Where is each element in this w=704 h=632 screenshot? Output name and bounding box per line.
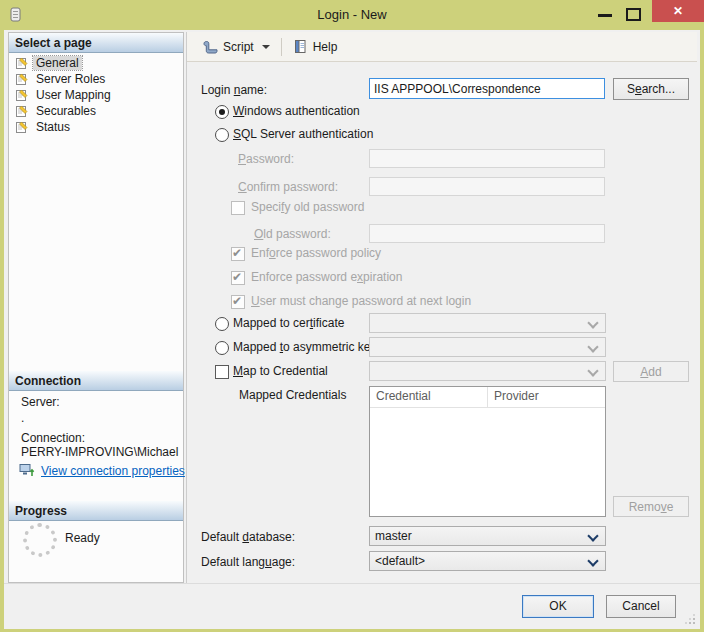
- must-change-password-label: User must change password at next login: [251, 294, 471, 308]
- enforce-password-expiration-label: Enforce password expiration: [251, 270, 402, 284]
- credential-column-header: Credential: [370, 387, 488, 407]
- enforce-password-policy-label: Enforce password policy: [251, 246, 381, 260]
- sidebar-item-general[interactable]: General: [15, 55, 82, 71]
- confirm-password-label: Confirm password:: [238, 180, 338, 194]
- view-connection-properties[interactable]: View connection properties: [19, 463, 185, 478]
- windows-authentication-radio[interactable]: [215, 105, 229, 119]
- help-button[interactable]: Help: [288, 36, 343, 57]
- help-icon: [293, 39, 308, 54]
- footer-bar: OK Cancel: [4, 583, 700, 629]
- mapped-to-certificate-radio[interactable]: [215, 317, 229, 331]
- default-database-label: Default database:: [201, 530, 295, 544]
- server-value: .: [21, 411, 24, 425]
- old-password-label: Old password:: [254, 227, 331, 241]
- page-icon: [15, 72, 29, 86]
- sidebar: Select a page General Server Roles User …: [8, 32, 184, 583]
- toolbar-separator: [281, 38, 282, 56]
- login-name-input[interactable]: [369, 78, 605, 99]
- password-label: Password:: [238, 152, 294, 166]
- default-language-combobox[interactable]: <default>: [369, 551, 606, 571]
- script-button[interactable]: Script: [197, 36, 275, 58]
- resize-grip[interactable]: [685, 614, 695, 624]
- mapped-to-asymmetric-key-radio[interactable]: [215, 341, 229, 355]
- chevron-down-icon: [587, 555, 598, 566]
- sidebar-item-label: Server Roles: [33, 72, 108, 86]
- sidebar-item-label: Status: [33, 120, 73, 134]
- progress-spinner-icon: [23, 523, 57, 557]
- main-panel: Script Help Login name: Search... Window…: [186, 32, 697, 583]
- remove-button: Remove: [613, 496, 689, 517]
- chevron-down-icon: [587, 365, 598, 376]
- server-label: Server:: [21, 395, 60, 409]
- close-button[interactable]: ✕: [652, 0, 704, 22]
- table-header-row: Credential Provider: [370, 387, 605, 408]
- mapped-credentials-label: Mapped Credentials: [239, 388, 346, 402]
- windows-authentication-label: Windows authentication: [233, 104, 360, 118]
- page-icon: [15, 56, 29, 70]
- default-language-label: Default language:: [201, 555, 295, 569]
- page-icon: [15, 104, 29, 118]
- mapped-to-asymmetric-key-label: Mapped to asymmetric key: [233, 340, 376, 354]
- provider-column-header: Provider: [488, 387, 545, 407]
- map-to-credential-label: Map to Credential: [233, 364, 328, 378]
- mapped-credentials-table[interactable]: Credential Provider: [369, 386, 606, 517]
- close-icon: ✕: [673, 4, 683, 18]
- map-to-credential-checkbox[interactable]: [215, 365, 229, 379]
- sidebar-item-server-roles[interactable]: Server Roles: [15, 71, 108, 87]
- select-a-page-header: Select a page: [9, 33, 183, 53]
- old-password-input: [369, 224, 605, 243]
- page-icon: [15, 120, 29, 134]
- titlebar[interactable]: Login - New ✕: [0, 0, 704, 30]
- minimize-button[interactable]: [598, 14, 612, 17]
- confirm-password-input: [369, 177, 605, 196]
- specify-old-password-checkbox: [231, 201, 245, 215]
- dialog-content: Select a page General Server Roles User …: [4, 30, 700, 628]
- certificate-combobox: [369, 313, 606, 333]
- chevron-down-icon: [587, 317, 598, 328]
- toolbar: Script Help: [187, 32, 697, 62]
- sql-authentication-radio[interactable]: [215, 128, 229, 142]
- help-label: Help: [313, 40, 338, 54]
- connection-label: Connection:: [21, 431, 85, 445]
- sql-authentication-label: SQL Server authentication: [233, 127, 373, 141]
- specify-old-password-label: Specify old password: [251, 200, 364, 214]
- credential-combobox: [369, 361, 606, 381]
- password-input: [369, 149, 605, 168]
- cancel-button[interactable]: Cancel: [606, 595, 676, 618]
- connection-header: Connection: [9, 371, 183, 391]
- must-change-password-checkbox: [231, 295, 245, 309]
- add-button: Add: [613, 361, 689, 382]
- search-button[interactable]: Search...: [613, 78, 689, 100]
- progress-header: Progress: [9, 501, 183, 521]
- script-label: Script: [223, 40, 254, 54]
- page-icon: [15, 88, 29, 102]
- view-connection-properties-link[interactable]: View connection properties: [41, 464, 185, 478]
- sidebar-item-label: General: [33, 56, 82, 70]
- enforce-password-policy-checkbox: [231, 247, 245, 261]
- sidebar-item-status[interactable]: Status: [15, 119, 73, 135]
- login-new-dialog: Login - New ✕ Select a page General Serv…: [0, 0, 704, 632]
- progress-status: Ready: [65, 531, 100, 545]
- ok-button[interactable]: OK: [522, 595, 594, 618]
- enforce-password-expiration-checkbox: [231, 271, 245, 285]
- chevron-down-icon: [587, 530, 598, 541]
- sidebar-item-securables[interactable]: Securables: [15, 103, 99, 119]
- default-database-combobox[interactable]: master: [369, 526, 606, 546]
- connection-value: PERRY-IMPROVING\Michael: [21, 445, 178, 459]
- sidebar-item-label: User Mapping: [33, 88, 114, 102]
- sidebar-item-user-mapping[interactable]: User Mapping: [15, 87, 114, 103]
- chevron-down-icon[interactable]: [262, 45, 270, 49]
- chevron-down-icon: [587, 341, 598, 352]
- login-name-label: Login name:: [201, 83, 267, 97]
- maximize-button[interactable]: [626, 8, 641, 21]
- sidebar-item-label: Securables: [33, 104, 99, 118]
- mapped-to-certificate-label: Mapped to certificate: [233, 316, 344, 330]
- connection-properties-icon: [19, 463, 35, 478]
- script-icon: [202, 39, 218, 55]
- asymmetric-key-combobox: [369, 337, 606, 357]
